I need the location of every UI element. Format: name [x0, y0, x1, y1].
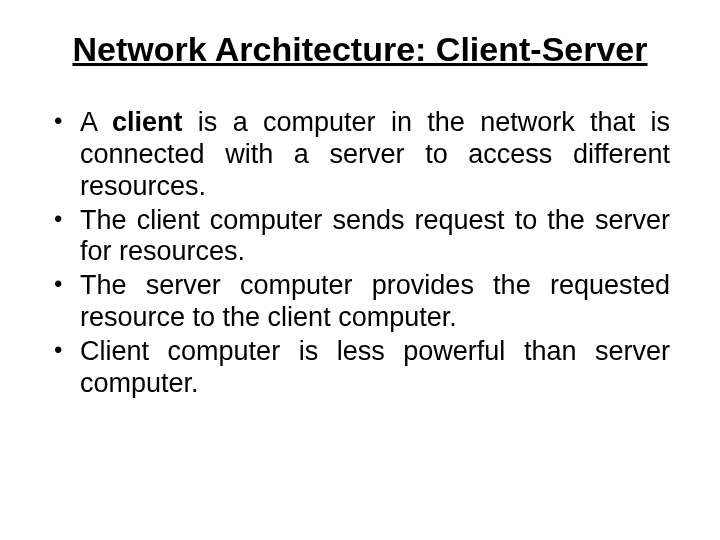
- list-item: Client computer is less powerful than se…: [50, 336, 670, 400]
- list-item: The client computer sends request to the…: [50, 205, 670, 269]
- list-item: A client is a computer in the network th…: [50, 107, 670, 203]
- bullet-text-bold: client: [112, 107, 183, 137]
- bullet-text-pre: The server computer provides the request…: [80, 270, 670, 332]
- bullet-list: A client is a computer in the network th…: [50, 107, 670, 400]
- bullet-text-pre: The client computer sends request to the…: [80, 205, 670, 267]
- list-item: The server computer provides the request…: [50, 270, 670, 334]
- bullet-text-pre: Client computer is less powerful than se…: [80, 336, 670, 398]
- bullet-text-pre: A: [80, 107, 112, 137]
- slide-title: Network Architecture: Client-Server: [50, 30, 670, 69]
